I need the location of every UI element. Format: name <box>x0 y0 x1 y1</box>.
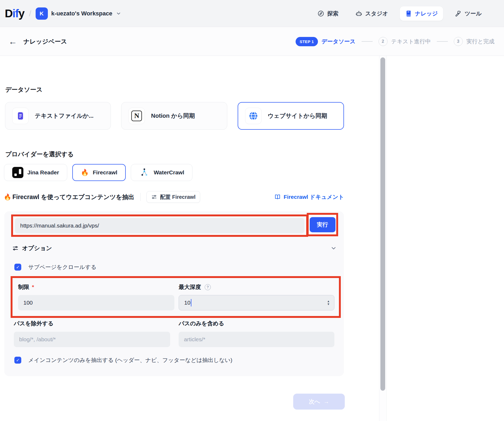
book-icon <box>405 10 412 17</box>
limit-input[interactable] <box>18 295 174 310</box>
step2-label: テキスト進行中 <box>391 38 431 45</box>
max-depth-input[interactable]: 10 ▲ ▼ <box>179 295 334 310</box>
provider-label: Firecrawl <box>93 169 117 176</box>
nav-explore-label: 探索 <box>327 10 338 17</box>
max-depth-label: 最大深度 ? <box>179 283 211 291</box>
chevron-down-icon <box>116 11 121 16</box>
provider-firecrawl[interactable]: 🔥 Firecrawl <box>72 164 126 181</box>
jina-icon <box>12 167 23 178</box>
dify-logo: Dify <box>5 7 24 20</box>
extract-main-label: メインコンテンツのみを抽出する (ヘッダー、ナビ、フッターなどは抽出しない) <box>28 356 232 364</box>
datasource-title: データソース <box>5 86 43 94</box>
sliders-icon <box>12 245 19 251</box>
main-nav: 探索 スタジオ ナレッジ ツール <box>312 6 487 21</box>
stepper-arrows[interactable]: ▲ ▼ <box>327 300 330 306</box>
provider-watercrawl[interactable]: WaterCrawl <box>131 164 192 181</box>
annotation-box-run: 実行 <box>307 213 338 236</box>
card-text-file[interactable]: テキストファイルか... <box>5 102 111 130</box>
top-header: Dify / K k-uezato's Workspace 探索 スタジオ <box>0 0 504 27</box>
provider-options: Jina Reader 🔥 Firecrawl WaterCrawl <box>4 164 192 181</box>
configure-firecrawl-button[interactable]: 配置 Firecrawl <box>146 191 200 203</box>
explore-icon <box>317 10 324 17</box>
max-depth-field-wrap: 10 ▲ ▼ <box>179 295 334 310</box>
arrow-right-icon: → <box>324 398 329 405</box>
nav-explore[interactable]: 探索 <box>312 6 344 21</box>
max-depth-value: 10 <box>184 300 190 306</box>
card-notion-sync[interactable]: N Notion から同期 <box>121 102 227 130</box>
firecrawl-docs-label: Firecrawl ドキュメント <box>284 193 344 201</box>
logo-d: D <box>5 7 12 20</box>
nav-studio[interactable]: スタジオ <box>350 6 393 21</box>
fire-icon: 🔥 <box>81 169 89 176</box>
step3-circle: 3 <box>454 37 463 46</box>
nav-tools[interactable]: ツール <box>450 6 487 21</box>
provider-label: Jina Reader <box>27 169 59 176</box>
next-label: 次へ <box>309 398 320 405</box>
extract-main-checkbox[interactable]: ✓ <box>14 357 21 364</box>
required-asterisk: * <box>32 284 34 290</box>
options-label: オプション <box>22 244 52 252</box>
step1-badge: STEP 1 <box>296 37 318 46</box>
annotation-box-limit-depth: 制限* 最大深度 ? 10 ▲ ▼ <box>11 276 341 318</box>
firecrawl-options-panel: 実行 オプション ✓ サブページをクロールする 制限* 最大深度 ? <box>4 211 344 376</box>
nav-tools-label: ツール <box>465 10 482 17</box>
exclude-paths-input[interactable] <box>14 332 170 347</box>
include-paths-label: パスのみを含める <box>179 320 224 327</box>
nav-knowledge-label: ナレッジ <box>415 10 438 17</box>
sub-header: ← ナレッジベース STEP 1 データソース 2 テキスト進行中 3 実行と完… <box>0 27 504 56</box>
firecrawl-header-row: 🔥Firecrawl を使ってウエブコンテンツを抽出 配置 Firecrawl … <box>4 191 344 203</box>
sliders-icon <box>151 194 157 200</box>
next-button[interactable]: 次へ → <box>293 394 345 410</box>
chevron-down-icon[interactable] <box>330 245 337 251</box>
include-paths-input[interactable] <box>179 332 334 347</box>
crawl-subpages-row: ✓ サブページをクロールする <box>14 263 96 271</box>
stepper-down-icon[interactable]: ▼ <box>327 303 330 306</box>
limit-field-wrap <box>18 295 174 310</box>
logo-y: y <box>19 7 24 20</box>
help-icon[interactable]: ? <box>205 284 211 290</box>
annotation-box-url <box>11 214 308 237</box>
open-book-icon <box>274 194 281 200</box>
card-label: Notion から同期 <box>151 112 195 120</box>
step-dash <box>437 41 448 42</box>
text-caret <box>191 299 191 306</box>
step-dash <box>362 41 373 42</box>
datasource-cards: テキストファイルか... N Notion から同期 ウェブサイトから同期 <box>5 102 344 130</box>
watercrawl-icon <box>139 167 150 178</box>
include-paths-wrap <box>179 332 334 347</box>
robot-icon <box>355 10 362 17</box>
crawl-subpages-checkbox[interactable]: ✓ <box>14 264 21 271</box>
exclude-paths-wrap <box>14 332 170 347</box>
file-icon <box>12 108 29 124</box>
url-input[interactable] <box>15 218 304 233</box>
fire-icon: 🔥 <box>4 193 11 201</box>
hammer-icon <box>455 10 462 17</box>
provider-label: WaterCrawl <box>154 169 184 176</box>
back-arrow-icon[interactable]: ← <box>9 37 17 46</box>
workspace-selector[interactable]: K k-uezato's Workspace <box>36 7 121 20</box>
card-label: ウェブサイトから同期 <box>268 112 327 120</box>
nav-knowledge[interactable]: ナレッジ <box>400 6 443 21</box>
firecrawl-docs-link[interactable]: Firecrawl ドキュメント <box>274 193 344 201</box>
run-button[interactable]: 実行 <box>310 217 335 232</box>
step3-label: 実行と完成 <box>467 38 495 45</box>
notion-icon: N <box>128 108 145 124</box>
options-accordion[interactable]: オプション <box>12 244 337 252</box>
step1-label: データソース <box>322 38 356 45</box>
card-label: テキストファイルか... <box>35 112 94 120</box>
extract-main-row: ✓ メインコンテンツのみを抽出する (ヘッダー、ナビ、フッターなどは抽出しない) <box>14 356 232 364</box>
workspace-avatar: K <box>36 7 48 20</box>
page: Dify / K k-uezato's Workspace 探索 スタジオ <box>0 0 504 421</box>
scrollbar-track[interactable] <box>379 56 387 421</box>
exclude-paths-label: パスを除外する <box>14 320 53 327</box>
workspace-name: k-uezato's Workspace <box>51 10 112 17</box>
page-title: ナレッジベース <box>23 37 67 46</box>
crawl-subpages-label: サブページをクロールする <box>28 263 96 271</box>
step-indicator: STEP 1 データソース 2 テキスト進行中 3 実行と完成 <box>296 37 494 46</box>
provider-jina-reader[interactable]: Jina Reader <box>4 164 67 181</box>
card-website-sync[interactable]: ウェブサイトから同期 <box>238 102 344 130</box>
configure-firecrawl-label: 配置 Firecrawl <box>160 193 195 201</box>
step2-circle: 2 <box>379 37 388 46</box>
limit-label: 制限* <box>18 283 34 291</box>
scrollbar-thumb[interactable] <box>380 57 385 391</box>
